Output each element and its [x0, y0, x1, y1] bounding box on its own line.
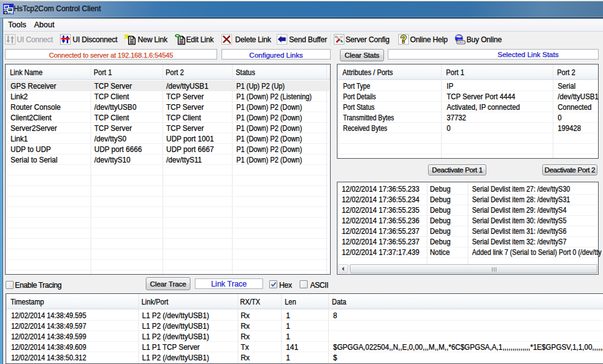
svg-text:?: ?	[401, 34, 407, 45]
